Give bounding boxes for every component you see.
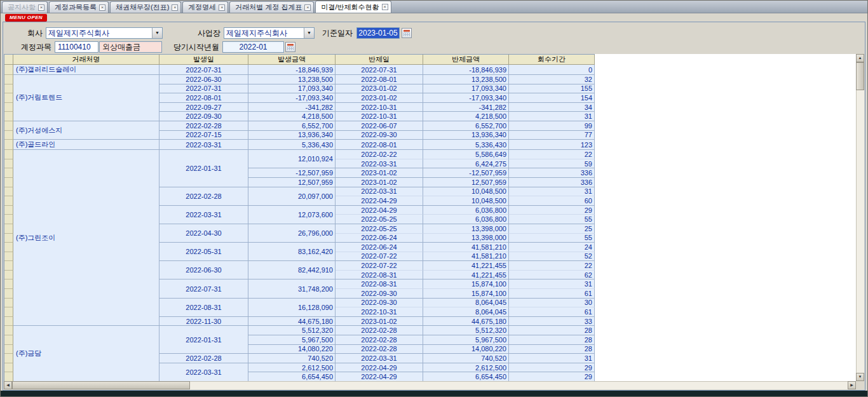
occur-amount-cell[interactable]: -341,282 (248, 103, 336, 112)
tab-account-register[interactable]: 계정과목등록 × (49, 1, 109, 13)
collect-days-cell[interactable]: 28 (509, 345, 595, 354)
occur-date-cell[interactable]: 2022-07-31 (159, 65, 248, 75)
occur-amount-cell[interactable]: 5,512,320 (248, 326, 336, 335)
row-selector[interactable] (4, 234, 13, 243)
settle-date-cell[interactable]: 2022-03-31 (336, 354, 423, 363)
collect-days-cell[interactable]: 155 (509, 84, 595, 94)
collect-days-cell[interactable]: 77 (509, 131, 595, 140)
settle-amount-cell[interactable]: -12,507,959 (423, 168, 509, 178)
occur-date-cell[interactable]: 2022-02-28 (159, 121, 248, 131)
row-selector[interactable] (4, 121, 13, 131)
occur-amount-cell[interactable]: 20,097,000 (248, 187, 336, 206)
settle-amount-cell[interactable]: 44,675,180 (423, 317, 509, 326)
settle-amount-cell[interactable]: 4,218,500 (423, 112, 509, 121)
settle-amount-cell[interactable]: 740,520 (423, 354, 509, 363)
close-icon[interactable]: × (304, 4, 311, 11)
settle-date-cell[interactable]: 2022-04-29 (336, 196, 423, 206)
settle-amount-cell[interactable]: -341,282 (423, 103, 509, 112)
occur-amount-cell[interactable]: 12,010,924 (248, 150, 336, 168)
occur-amount-cell[interactable]: 16,128,090 (248, 299, 336, 317)
row-selector[interactable] (4, 317, 13, 326)
row-selector[interactable] (4, 206, 13, 215)
settle-amount-cell[interactable]: 15,874,100 (423, 279, 509, 289)
occur-date-cell[interactable]: 2022-07-31 (159, 279, 248, 298)
row-selector[interactable] (4, 271, 13, 280)
scroll-left-icon[interactable]: ◀ (4, 381, 12, 389)
occur-date-cell[interactable]: 2022-01-31 (159, 150, 248, 187)
row-selector[interactable] (4, 372, 13, 382)
settle-date-cell[interactable]: 2022-05-25 (336, 224, 423, 234)
settle-amount-cell[interactable]: 10,048,500 (423, 196, 509, 206)
collect-days-cell[interactable]: 31 (509, 187, 595, 197)
menu-open-badge[interactable]: MENU OPEN (5, 14, 47, 22)
settle-amount-cell[interactable]: 17,093,340 (423, 84, 509, 94)
row-selector[interactable] (4, 178, 13, 187)
collect-days-cell[interactable]: 31 (509, 354, 595, 363)
occur-date-cell[interactable]: 2022-09-30 (159, 112, 248, 121)
occur-amount-cell[interactable]: 4,218,500 (248, 112, 336, 121)
settle-date-cell[interactable]: 2022-04-29 (336, 206, 423, 215)
settle-amount-cell[interactable]: 10,048,500 (423, 187, 509, 197)
customer-name-cell[interactable]: (주)거성에스지 (13, 121, 159, 140)
collect-days-cell[interactable]: 31 (509, 112, 595, 121)
settle-amount-cell[interactable]: 14,080,220 (423, 345, 509, 354)
occur-date-cell[interactable]: 2022-05-31 (159, 243, 248, 261)
occur-amount-cell[interactable]: 2,612,500 (248, 363, 336, 373)
settle-date-cell[interactable]: 2022-04-29 (336, 372, 423, 382)
occur-date-cell[interactable]: 2022-04-30 (159, 224, 248, 243)
occur-date-cell[interactable]: 2022-09-27 (159, 103, 248, 112)
settle-date-cell[interactable]: 2022-08-31 (336, 279, 423, 289)
row-selector[interactable] (4, 93, 13, 103)
occur-amount-cell[interactable]: 6,552,700 (248, 121, 336, 131)
table-row[interactable]: (주)골드라인2022-03-315,336,4302022-08-015,33… (4, 140, 595, 150)
settle-amount-cell[interactable]: 5,586,649 (423, 150, 509, 159)
settle-date-cell[interactable]: 2022-02-28 (336, 335, 423, 345)
row-selector[interactable] (4, 131, 13, 140)
occur-amount-cell[interactable]: 82,442,910 (248, 261, 336, 279)
row-selector[interactable] (4, 150, 13, 159)
row-selector[interactable] (4, 224, 13, 234)
occur-amount-cell[interactable]: 13,936,340 (248, 131, 336, 140)
occur-amount-cell[interactable]: 740,520 (248, 354, 336, 363)
row-selector[interactable] (4, 307, 13, 317)
settle-date-cell[interactable]: 2022-09-30 (336, 299, 423, 308)
settle-date-cell[interactable]: 2022-07-22 (336, 252, 423, 262)
occur-amount-cell[interactable]: 26,796,000 (248, 224, 336, 243)
grid-header[interactable]: 반제금액 (423, 55, 509, 65)
collect-days-cell[interactable]: 29 (509, 206, 595, 215)
occur-amount-cell[interactable]: 12,073,600 (248, 206, 336, 224)
close-icon[interactable]: × (99, 4, 105, 11)
settle-amount-cell[interactable]: 13,238,500 (423, 75, 509, 84)
settle-date-cell[interactable]: 2022-02-28 (336, 345, 423, 354)
occur-amount-cell[interactable]: 17,093,340 (248, 84, 336, 94)
settle-date-cell[interactable]: 2023-01-02 (336, 178, 423, 187)
close-icon[interactable]: × (219, 4, 225, 11)
occur-amount-cell[interactable]: 12,507,959 (248, 178, 336, 187)
occur-date-cell[interactable]: 2022-07-31 (159, 84, 248, 94)
settle-date-cell[interactable]: 2023-01-02 (336, 84, 423, 94)
settle-date-cell[interactable]: 2022-08-01 (336, 75, 423, 84)
settle-amount-cell[interactable]: 6,424,275 (423, 159, 509, 169)
settle-amount-cell[interactable]: 12,507,959 (423, 178, 509, 187)
settle-date-cell[interactable]: 2022-10-31 (336, 307, 423, 317)
collect-days-cell[interactable]: 336 (509, 178, 595, 187)
settle-amount-cell[interactable]: 8,064,045 (423, 307, 509, 317)
hscroll-thumb[interactable] (12, 381, 190, 389)
settle-amount-cell[interactable]: 6,036,800 (423, 206, 509, 215)
row-selector[interactable] (4, 112, 13, 121)
settle-amount-cell[interactable]: 5,512,320 (423, 326, 509, 335)
occur-date-cell[interactable]: 2022-08-31 (159, 299, 248, 317)
collect-days-cell[interactable]: 31 (509, 279, 595, 289)
settle-date-cell[interactable]: 2022-04-29 (336, 363, 423, 373)
scroll-up-icon[interactable]: ▲ (856, 54, 864, 62)
collect-days-cell[interactable]: 154 (509, 93, 595, 103)
chevron-down-icon[interactable]: ▼ (152, 28, 162, 38)
grid-header[interactable]: 발생금액 (248, 55, 336, 65)
row-selector[interactable] (4, 252, 13, 262)
collect-days-cell[interactable]: 62 (509, 271, 595, 280)
row-selector[interactable] (4, 75, 13, 84)
collect-days-cell[interactable]: 34 (509, 103, 595, 112)
scroll-down-icon[interactable]: ▼ (856, 373, 864, 381)
settle-amount-cell[interactable]: -17,093,340 (423, 93, 509, 103)
settle-amount-cell[interactable]: 41,581,210 (423, 243, 509, 252)
